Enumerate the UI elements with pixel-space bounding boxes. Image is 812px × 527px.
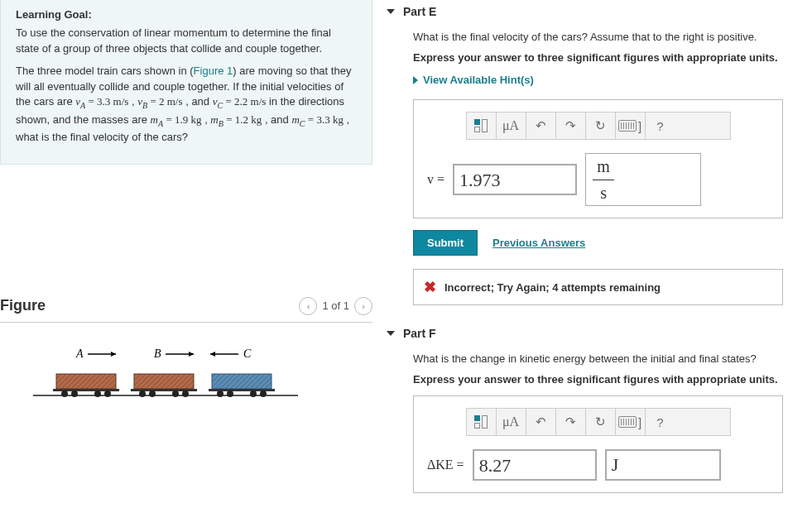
- sub-mC: C: [300, 118, 305, 127]
- eq-mB: = 1.2 kg: [223, 113, 262, 126]
- sym-mB: m: [210, 113, 218, 126]
- sym-mC: m: [291, 113, 299, 126]
- part-e-instruct: Express your answer to three significant…: [413, 51, 800, 64]
- feedback-text: Incorrect; Try Again; 4 attempts remaini…: [444, 281, 661, 294]
- part-e-prompt: What is the final velocity of the cars? …: [413, 30, 800, 45]
- sep3: ,: [202, 113, 211, 126]
- tb-redo-icon[interactable]: ↷: [556, 409, 586, 435]
- figure-title: Figure: [0, 297, 299, 314]
- incorrect-icon: ✖: [424, 278, 436, 296]
- unit-num: m: [597, 157, 610, 176]
- svg-rect-11: [134, 374, 194, 389]
- svg-point-9: [104, 390, 111, 397]
- part-f-title: Part F: [403, 327, 436, 340]
- sym-mA: m: [151, 113, 158, 126]
- part-e-answer-box: μA ↶ ↷ ↻ ] ? v = 1.973 m s: [413, 99, 783, 218]
- svg-point-15: [172, 390, 179, 397]
- svg-point-13: [139, 390, 146, 397]
- tb-template-icon[interactable]: [467, 113, 497, 139]
- figure-next-button[interactable]: ›: [354, 297, 372, 315]
- tb-help-icon[interactable]: ?: [646, 409, 675, 435]
- previous-answers-link[interactable]: Previous Answers: [492, 237, 585, 249]
- view-hints-button[interactable]: View Available Hint(s): [413, 74, 800, 86]
- figure-link[interactable]: Figure 1: [194, 65, 233, 77]
- label-B: B: [154, 347, 161, 360]
- caret-right-icon: [413, 76, 418, 84]
- tb-undo-icon[interactable]: ↶: [526, 409, 556, 435]
- eq-mA: = 1.9 kg: [163, 113, 201, 126]
- sep4: , and: [262, 113, 291, 126]
- part-e-header[interactable]: Part E: [387, 5, 800, 18]
- svg-rect-18: [212, 374, 271, 389]
- part-e-feedback: ✖ Incorrect; Try Again; 4 attempts remai…: [413, 269, 783, 305]
- part-e-var: v =: [427, 172, 444, 187]
- tb-redo-icon[interactable]: ↷: [556, 113, 586, 139]
- learning-goal-title: Learning Goal:: [16, 8, 357, 21]
- svg-point-16: [182, 390, 189, 397]
- learning-goal-box: Learning Goal: To use the conservation o…: [0, 0, 372, 165]
- tb-keyboard-icon[interactable]: ]: [616, 409, 646, 435]
- equation-toolbar: μA ↶ ↷ ↻ ] ?: [466, 112, 731, 140]
- eq-vC: = 2.2 m/s: [223, 95, 266, 108]
- part-e-value-input[interactable]: 1.973: [453, 164, 577, 195]
- svg-point-8: [94, 390, 101, 397]
- label-C: C: [243, 347, 252, 360]
- eq-vB: = 2 m/s: [147, 95, 182, 108]
- hints-label: View Available Hint(s): [423, 74, 534, 86]
- caret-down-icon: [387, 9, 395, 14]
- figure-prev-button[interactable]: ‹: [299, 297, 317, 315]
- svg-point-6: [61, 390, 68, 397]
- learning-goal-p2: The three model train cars shown in (Fig…: [16, 64, 357, 146]
- lg-p2-pre: The three model train cars shown in (: [16, 65, 194, 77]
- part-f-instruct: Express your answer to three significant…: [413, 373, 800, 386]
- part-f-prompt: What is the change in kinetic energy bet…: [413, 352, 800, 367]
- part-e-unit-input[interactable]: m s: [585, 153, 701, 206]
- svg-point-20: [217, 390, 223, 397]
- submit-button[interactable]: Submit: [413, 230, 478, 256]
- figure-pager-text: 1 of 1: [322, 299, 349, 312]
- tb-reset-icon[interactable]: ↻: [586, 113, 616, 139]
- part-f-header[interactable]: Part F: [387, 327, 800, 340]
- svg-point-14: [149, 390, 156, 397]
- unit-den: s: [600, 184, 607, 203]
- equation-toolbar-f: μA ↶ ↷ ↻ ] ?: [466, 408, 731, 436]
- part-e-title: Part E: [403, 5, 436, 18]
- tb-keyboard-icon[interactable]: ]: [616, 113, 646, 139]
- tb-units-icon[interactable]: μA: [497, 113, 526, 139]
- tb-template-icon[interactable]: [467, 409, 497, 435]
- sep1: ,: [128, 95, 137, 108]
- part-f-answer-box: μA ↶ ↷ ↻ ] ? ΔKE = 8.27 J: [413, 395, 783, 493]
- tb-reset-icon[interactable]: ↻: [586, 409, 616, 435]
- caret-down-icon: [387, 331, 395, 336]
- svg-point-21: [227, 390, 233, 397]
- part-f-unit-input[interactable]: J: [605, 449, 721, 481]
- sep2: , and: [183, 95, 213, 108]
- figure-trains: A B C: [33, 347, 298, 405]
- tb-help-icon[interactable]: ?: [646, 113, 675, 139]
- eq-vA: = 3.3 m/s: [85, 95, 128, 108]
- eq-mC: = 3.3 kg: [305, 113, 344, 126]
- tb-undo-icon[interactable]: ↶: [526, 113, 556, 139]
- part-f-value-input[interactable]: 8.27: [473, 449, 597, 481]
- learning-goal-p1: To use the conservation of linear moment…: [16, 26, 357, 57]
- part-f-var: ΔKE =: [427, 458, 464, 472]
- svg-point-7: [71, 390, 78, 397]
- label-A: A: [75, 347, 84, 360]
- svg-point-23: [260, 390, 267, 397]
- svg-point-22: [250, 390, 257, 397]
- svg-rect-4: [56, 374, 116, 389]
- tb-units-icon[interactable]: μA: [497, 409, 526, 435]
